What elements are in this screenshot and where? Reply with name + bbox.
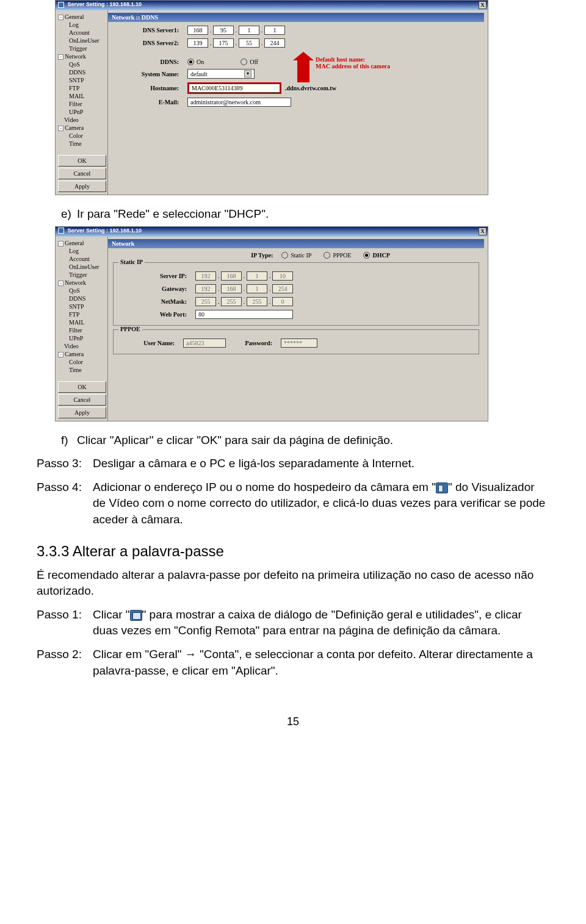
dns2-oct1[interactable]: 139	[187, 38, 208, 48]
pppoe-username-label: User Name:	[116, 340, 183, 346]
tree-log[interactable]: Log	[58, 247, 106, 255]
tree-time[interactable]: Time	[58, 366, 106, 374]
webport-input[interactable]: 80	[195, 310, 293, 319]
tree-ftp[interactable]: FTP	[58, 310, 106, 318]
tree-onlineuser[interactable]: OnLineUser	[58, 263, 106, 271]
serverip-label: Server IP:	[116, 273, 195, 279]
serverip-oct3: 1	[247, 271, 267, 281]
tree-color[interactable]: Color	[58, 358, 106, 366]
dns1-oct4[interactable]: 1	[264, 26, 285, 35]
ddns-label: DDNS:	[108, 59, 187, 65]
apply-button[interactable]: Apply	[58, 181, 106, 192]
tree-sntp[interactable]: SNTP	[58, 76, 106, 84]
tree-log[interactable]: Log	[58, 21, 106, 29]
iptype-dhcp-radio[interactable]: DHCP	[363, 252, 389, 259]
cancel-button[interactable]: Cancel	[58, 168, 106, 179]
step-4: Passo 4: Adicionar o endereço IP ou o no…	[37, 479, 549, 528]
email-input[interactable]: administrator@network.com	[187, 98, 291, 107]
step-2: Passo 2: Clicar em "Geral" → "Conta", e …	[37, 646, 549, 679]
hostname-input[interactable]: MAC000E53114389	[189, 84, 280, 93]
pppoe-password-input: ******	[281, 338, 317, 348]
tree-onlineuser[interactable]: OnLineUser	[58, 37, 106, 45]
apply-button[interactable]: Apply	[58, 407, 106, 418]
page-number: 15	[37, 715, 549, 728]
tree-upnp[interactable]: UPnP	[58, 108, 106, 116]
email-label: E-Mail:	[108, 99, 187, 106]
tree-account[interactable]: Account	[58, 255, 106, 263]
gateway-oct4: 254	[272, 284, 293, 293]
ddns-panel: Network :: DDNS DNS Server1: 168. 95. 1.…	[108, 10, 488, 195]
ok-button[interactable]: OK	[58, 155, 106, 167]
iptype-static-radio[interactable]: Static IP	[281, 252, 311, 259]
dns1-label: DNS Server1:	[108, 27, 187, 34]
close-icon[interactable]: X	[479, 1, 487, 9]
server-setting-dialog-network: Server Setting : 192.168.1.10 X -General…	[55, 226, 488, 421]
serverip-oct4: 10	[272, 271, 293, 281]
dns1-oct1[interactable]: 168	[187, 26, 208, 35]
tree-trigger[interactable]: Trigger	[58, 271, 106, 279]
list-item-e: e) Ir para "Rede" e seleccionar "DHCP".	[61, 206, 549, 223]
tree-general[interactable]: -General	[58, 13, 106, 21]
tree-camera[interactable]: -Camera	[58, 350, 106, 358]
sysname-combo[interactable]: default ▾	[187, 69, 255, 79]
iptype-pppoe-radio[interactable]: PPPOE	[324, 252, 351, 259]
tree-video[interactable]: Video	[58, 342, 106, 350]
panel-title: Network	[108, 239, 484, 248]
ddns-off-radio[interactable]: Off	[241, 59, 258, 65]
hostname-suffix: .ddns.dvrtw.com.tw	[285, 85, 336, 91]
netmask-oct2: 255	[221, 297, 242, 306]
ok-button[interactable]: OK	[58, 381, 106, 393]
tree-camera[interactable]: -Camera	[58, 124, 106, 132]
arrow-annotation-icon	[297, 60, 309, 82]
app-icon	[58, 2, 64, 8]
paragraph: É recomendado alterar a palavra-passe po…	[37, 567, 549, 600]
iptype-label: IP Type:	[233, 252, 281, 259]
tree-ddns[interactable]: DDNS	[58, 295, 106, 303]
tree-qos[interactable]: QoS	[58, 287, 106, 295]
tree-qos[interactable]: QoS	[58, 60, 106, 68]
webport-label: Web Port:	[116, 311, 195, 318]
dns2-oct2[interactable]: 175	[213, 38, 234, 48]
tools-icon	[130, 610, 142, 621]
panel-title: Network :: DDNS	[108, 13, 484, 22]
dns1-oct3[interactable]: 1	[239, 26, 259, 35]
window-title: Server Setting : 192.168.1.10	[68, 1, 142, 7]
tree-ftp[interactable]: FTP	[58, 84, 106, 92]
pppoe-group: PPPOE User Name: a45823 Password: ******	[113, 329, 479, 354]
tree-upnp[interactable]: UPnP	[58, 334, 106, 342]
titlebar[interactable]: Server Setting : 192.168.1.10 X	[56, 227, 488, 237]
tree-trigger[interactable]: Trigger	[58, 45, 106, 52]
step-1: Passo 1: Clicar "" para mostrar a caixa …	[37, 607, 549, 639]
tree-filter[interactable]: Filter	[58, 100, 106, 108]
tree-network[interactable]: -Network	[58, 279, 106, 287]
tree-video[interactable]: Video	[58, 116, 106, 124]
app-icon	[58, 227, 64, 234]
titlebar[interactable]: Server Setting : 192.168.1.10 X	[56, 1, 488, 10]
gateway-oct1: 192	[195, 284, 216, 293]
tree-time[interactable]: Time	[58, 140, 106, 148]
gateway-label: Gateway:	[116, 285, 195, 292]
tree-color[interactable]: Color	[58, 132, 106, 140]
dns2-label: DNS Server2:	[108, 40, 187, 46]
section-heading: 3.3.3 Alterar a palavra-passe	[37, 543, 549, 560]
ddns-on-radio[interactable]: On	[187, 59, 204, 65]
tree-general[interactable]: -General	[58, 239, 106, 247]
close-icon[interactable]: X	[479, 227, 487, 235]
dns2-oct3[interactable]: 55	[239, 38, 259, 48]
cancel-button[interactable]: Cancel	[58, 394, 106, 406]
netmask-oct3: 255	[247, 297, 267, 306]
dns2-oct4[interactable]: 244	[264, 38, 285, 48]
chevron-down-icon: ▾	[244, 70, 251, 77]
tree-account[interactable]: Account	[58, 29, 106, 37]
tree-network[interactable]: -Network	[58, 52, 106, 60]
tree-filter[interactable]: Filter	[58, 326, 106, 334]
netmask-label: NetMask:	[116, 298, 195, 305]
dns1-oct2[interactable]: 95	[213, 26, 234, 35]
serverip-oct1: 192	[195, 271, 216, 281]
tree-mail[interactable]: MAIL	[58, 318, 106, 326]
tree-sntp[interactable]: SNTP	[58, 303, 106, 310]
tree-ddns[interactable]: DDNS	[58, 68, 106, 76]
tree-mail[interactable]: MAIL	[58, 92, 106, 100]
gateway-oct3: 1	[247, 284, 267, 293]
static-ip-group: Static IP Server IP: 192. 168. 1. 10 Gat…	[113, 262, 479, 326]
